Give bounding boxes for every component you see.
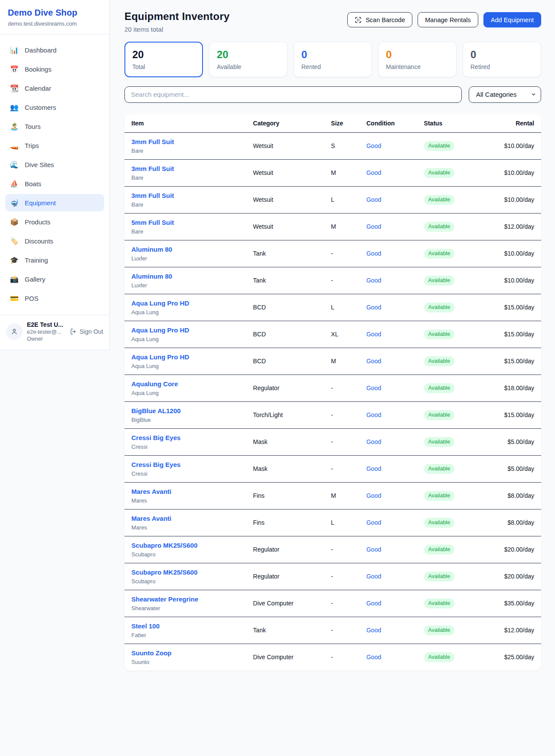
condition-cell: Good [359, 509, 417, 536]
sidebar-item-equipment[interactable]: 🤿Equipment [5, 194, 104, 211]
item-name-link[interactable]: Aqua Lung Pro HD [131, 326, 189, 334]
condition-link[interactable]: Good [366, 250, 381, 257]
table-row: 3mm Full SuitBareWetsuitMGoodAvailable$1… [124, 159, 541, 186]
item-name-link[interactable]: BigBlue AL1200 [131, 407, 181, 414]
table-row: Cressi Big EyesCressiMask-GoodAvailable$… [124, 455, 541, 482]
sidebar-item-label: Products [25, 218, 50, 226]
item-name-link[interactable]: Cressi Big Eyes [131, 461, 180, 468]
item-name-link[interactable]: Steel 100 [131, 622, 160, 630]
status-cell: Available [417, 159, 476, 186]
sidebar-item-discounts[interactable]: 🏷️Discounts [5, 232, 104, 250]
rental-cell: $12.00/day [475, 213, 541, 240]
item-brand: Bare [131, 201, 239, 208]
condition-link[interactable]: Good [366, 223, 381, 230]
item-name-link[interactable]: Aqua Lung Pro HD [131, 353, 189, 361]
item-name-link[interactable]: Mares Avanti [131, 515, 171, 522]
stat-label: Retired [470, 63, 533, 70]
item-cell: Aqua Lung Pro HDAqua Lung [124, 348, 246, 375]
item-name-link[interactable]: 3mm Full Suit [131, 165, 174, 172]
sidebar-item-training[interactable]: 🎓Training [5, 251, 104, 269]
item-name-link[interactable]: Aqualung Core [131, 380, 178, 388]
sidebar-item-calendar[interactable]: 📆Calendar [5, 79, 104, 97]
condition-link[interactable]: Good [366, 492, 381, 499]
condition-link[interactable]: Good [366, 277, 381, 284]
item-name-link[interactable]: Aluminum 80 [131, 246, 172, 253]
stat-card-available[interactable]: 20Available [209, 42, 287, 77]
condition-link[interactable]: Good [366, 142, 381, 149]
condition-link[interactable]: Good [366, 654, 381, 661]
condition-link[interactable]: Good [366, 304, 381, 311]
item-name-link[interactable]: Shearwater Peregrine [131, 595, 198, 603]
sidebar-item-label: Discounts [25, 237, 53, 245]
sign-out-button[interactable]: Sign Out [70, 328, 103, 335]
condition-link[interactable]: Good [366, 385, 381, 391]
condition-cell: Good [359, 455, 417, 482]
stat-value: 20 [132, 49, 195, 61]
stat-card-retired[interactable]: 0Retired [463, 42, 541, 77]
user-name: E2E Test U... [27, 321, 65, 328]
table-row: Scubapro MK25/S600ScubaproRegulator-Good… [124, 536, 541, 563]
stat-card-rented[interactable]: 0Rented [294, 42, 372, 77]
sidebar-item-boats[interactable]: ⛵Boats [5, 175, 104, 192]
table-row: Cressi Big EyesCressiMask-GoodAvailable$… [124, 428, 541, 455]
condition-link[interactable]: Good [366, 546, 381, 553]
item-name-link[interactable]: Aqua Lung Pro HD [131, 299, 189, 307]
stat-card-total[interactable]: 20Total [124, 42, 203, 77]
condition-link[interactable]: Good [366, 438, 381, 445]
condition-link[interactable]: Good [366, 600, 381, 607]
manage-rentals-button[interactable]: Manage Rentals [418, 12, 478, 27]
sidebar: Demo Dive Shop demo.test.divestreams.com… [0, 0, 110, 350]
sidebar-item-pos[interactable]: 💳POS [5, 289, 104, 307]
sidebar-item-label: Trips [25, 142, 39, 149]
sidebar-item-tours[interactable]: 🏝️Tours [5, 118, 104, 135]
item-name-link[interactable]: Aluminum 80 [131, 273, 172, 280]
size-cell: - [324, 536, 359, 563]
condition-link[interactable]: Good [366, 573, 381, 580]
condition-link[interactable]: Good [366, 411, 381, 418]
add-equipment-label: Add Equipment [491, 16, 534, 23]
condition-link[interactable]: Good [366, 196, 381, 203]
item-name-link[interactable]: Cressi Big Eyes [131, 434, 180, 441]
item-name-link[interactable]: Scubapro MK25/S600 [131, 569, 198, 576]
sidebar-item-dive-sites[interactable]: 🌊Dive Sites [5, 156, 104, 173]
user-meta: E2E Test U... e2e-tester@... Owner [27, 321, 65, 342]
search-input[interactable] [124, 86, 462, 103]
status-badge: Available [424, 276, 455, 286]
sidebar-item-products[interactable]: 📦Products [5, 213, 104, 230]
stat-card-maintenance[interactable]: 0Maintenance [378, 42, 457, 77]
category-cell: Torch/Light [246, 401, 324, 428]
condition-link[interactable]: Good [366, 627, 381, 634]
condition-link[interactable]: Good [366, 465, 381, 472]
item-name-link[interactable]: Scubapro MK25/S600 [131, 542, 198, 549]
item-name-link[interactable]: 3mm Full Suit [131, 192, 174, 199]
status-cell: Available [417, 536, 476, 563]
sidebar-item-label: Calendar [25, 85, 51, 92]
item-name-link[interactable]: Mares Avanti [131, 488, 171, 495]
item-name-link[interactable]: 3mm Full Suit [131, 138, 174, 145]
condition-cell: Good [359, 401, 417, 428]
sidebar-item-dashboard[interactable]: 📊Dashboard [5, 41, 104, 59]
scan-barcode-button[interactable]: Scan Barcode [347, 12, 412, 27]
column-header-rental: Rental [475, 114, 541, 133]
status-cell: Available [417, 321, 476, 348]
category-select[interactable]: All Categories [469, 86, 541, 103]
condition-link[interactable]: Good [366, 331, 381, 338]
condition-link[interactable]: Good [366, 169, 381, 176]
sailboat-icon: ⛵ [10, 180, 19, 188]
status-badge: Available [424, 329, 455, 339]
table-row: 3mm Full SuitBareWetsuitLGoodAvailable$1… [124, 186, 541, 213]
condition-link[interactable]: Good [366, 519, 381, 526]
sidebar-item-customers[interactable]: 👥Customers [5, 99, 104, 116]
brand-name[interactable]: Demo Dive Shop [8, 8, 101, 18]
sidebar-item-gallery[interactable]: 📸Gallery [5, 270, 104, 288]
sidebar-item-trips[interactable]: 🚤Trips [5, 137, 104, 154]
item-name-link[interactable]: Suunto Zoop [131, 649, 171, 657]
status-badge: Available [424, 195, 455, 205]
rental-cell: $8.00/day [475, 509, 541, 536]
sidebar-item-bookings[interactable]: 📅Bookings [5, 60, 104, 78]
rental-cell: $12.00/day [475, 617, 541, 644]
rental-cell: $10.00/day [475, 240, 541, 267]
item-name-link[interactable]: 5mm Full Suit [131, 219, 174, 226]
condition-link[interactable]: Good [366, 358, 381, 365]
add-equipment-button[interactable]: Add Equipment [483, 12, 541, 27]
